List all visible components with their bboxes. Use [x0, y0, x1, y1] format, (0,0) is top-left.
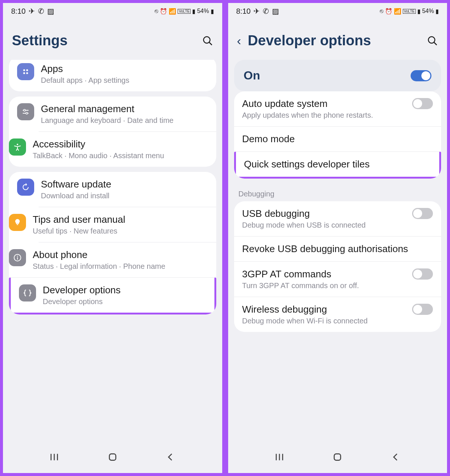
usb-debugging-toggle[interactable]: [412, 208, 433, 219]
back-button[interactable]: [391, 452, 401, 462]
developer-options-master-toggle-row[interactable]: On: [234, 60, 441, 91]
status-bar: 8:10 ✈ ✆ ▨ ⎋ ⏰ 📶 VoLTE ▮ 54% ▮: [228, 3, 447, 18]
settings-row-tips[interactable]: Tips and user manual Useful tips · New f…: [39, 207, 216, 242]
battery-saver-icon: ⎋: [380, 8, 383, 14]
sliders-icon: [17, 103, 34, 120]
page-title: Developer options: [248, 33, 427, 49]
svg-point-8: [24, 110, 26, 111]
svg-point-5: [26, 72, 28, 74]
braces-icon: [19, 284, 36, 301]
svg-line-19: [434, 42, 437, 45]
row-title: General management: [41, 103, 208, 115]
section-header-debugging: Debugging: [228, 184, 447, 201]
row-sub: TalkBack · Mono audio · Assistant menu: [33, 151, 208, 160]
svg-line-1: [209, 42, 212, 45]
info-icon: [9, 249, 26, 266]
row-title: Accessibility: [33, 138, 208, 150]
row-demo-mode[interactable]: Demo mode: [234, 126, 441, 151]
svg-rect-23: [334, 454, 341, 460]
settings-row-developer-options[interactable]: Developer options Developer options: [9, 277, 216, 314]
svg-point-9: [26, 113, 28, 114]
phone-developer-options: 8:10 ✈ ✆ ▨ ⎋ ⏰ 📶 VoLTE ▮ 54% ▮ ‹ Develop…: [227, 2, 449, 474]
wifi-icon: 📶: [169, 8, 176, 15]
image-icon: ▨: [272, 7, 279, 16]
row-title: Demo mode: [242, 133, 433, 145]
telegram-icon: ✈: [29, 7, 35, 16]
svg-point-10: [17, 144, 18, 145]
row-title: Tips and user manual: [33, 214, 208, 225]
volte-icon: VoLTE: [178, 9, 191, 14]
whatsapp-icon: ✆: [38, 7, 44, 16]
row-title: Wireless debugging: [242, 304, 406, 315]
search-icon[interactable]: [202, 35, 213, 46]
row-title: Auto update system: [242, 98, 406, 110]
row-sub: Apply updates when the phone restarts.: [242, 111, 406, 120]
battery-icon: ▮: [436, 8, 439, 15]
on-label: On: [244, 69, 260, 82]
signal-icon: ▮: [192, 8, 195, 15]
back-icon[interactable]: ‹: [237, 33, 241, 48]
settings-row-about-phone[interactable]: About phone Status · Legal information ·…: [39, 242, 216, 277]
row-title: Developer options: [43, 284, 206, 296]
master-toggle[interactable]: [411, 70, 431, 81]
svg-point-0: [203, 36, 210, 43]
row-sub: Turn 3GPP AT commands on or off.: [242, 281, 406, 290]
svg-rect-13: [17, 257, 18, 260]
home-button[interactable]: [108, 452, 117, 462]
row-title: Apps: [41, 63, 208, 75]
svg-point-4: [23, 72, 25, 74]
row-sub: Language and keyboard · Date and time: [41, 116, 208, 125]
row-auto-update-system[interactable]: Auto update system Apply updates when th…: [234, 91, 441, 126]
row-title: Revoke USB debugging authorisations: [242, 243, 433, 255]
settings-row-general-management[interactable]: General management Language and keyboard…: [9, 97, 216, 131]
settings-row-apps[interactable]: Apps Default apps · App settings: [9, 60, 216, 91]
svg-point-3: [26, 69, 28, 71]
phone-settings: 8:10 ✈ ✆ ▨ ⎋ ⏰ 📶 VoLTE ▮ 54% ▮ Settings …: [2, 2, 223, 474]
battery-pct: 54%: [422, 8, 434, 14]
volte-icon: VoLTE: [403, 9, 416, 14]
status-bar: 8:10 ✈ ✆ ▨ ⎋ ⏰ 📶 VoLTE ▮ 54% ▮: [3, 3, 222, 18]
recents-button[interactable]: [275, 452, 284, 462]
nav-bar: [228, 441, 447, 473]
settings-row-software-update[interactable]: Software update Download and install: [9, 172, 216, 207]
wifi-icon: 📶: [394, 8, 401, 15]
image-icon: ▨: [47, 7, 54, 16]
status-time: 8:10: [11, 7, 26, 16]
battery-icon: ▮: [211, 8, 214, 15]
settings-row-accessibility[interactable]: Accessibility TalkBack · Mono audio · As…: [39, 131, 216, 167]
battery-saver-icon: ⎋: [155, 8, 158, 14]
apps-icon: [17, 63, 34, 80]
alarm-icon: ⏰: [160, 8, 167, 15]
whatsapp-icon: ✆: [263, 7, 269, 16]
page-title: Settings: [12, 33, 202, 49]
signal-icon: ▮: [417, 8, 421, 15]
developer-options-list[interactable]: Auto update system Apply updates when th…: [228, 91, 447, 441]
status-time: 8:10: [236, 7, 251, 16]
svg-point-12: [17, 256, 18, 257]
row-revoke-usb[interactable]: Revoke USB debugging authorisations: [234, 236, 441, 261]
row-title: Software update: [41, 179, 208, 190]
recents-button[interactable]: [49, 452, 59, 462]
row-usb-debugging[interactable]: USB debugging Debug mode when USB is con…: [234, 201, 441, 236]
wireless-debugging-toggle[interactable]: [412, 304, 433, 315]
auto-update-toggle[interactable]: [412, 98, 433, 109]
row-3gpp-at[interactable]: 3GPP AT commands Turn 3GPP AT commands o…: [234, 261, 441, 297]
row-sub: Default apps · App settings: [41, 76, 208, 85]
back-button[interactable]: [166, 452, 175, 462]
row-sub: Download and install: [41, 192, 208, 200]
row-sub: Useful tips · New features: [33, 227, 208, 235]
settings-list[interactable]: Apps Default apps · App settings General…: [3, 60, 222, 441]
3gpp-toggle[interactable]: [412, 268, 433, 280]
row-wireless-debugging[interactable]: Wireless debugging Debug mode when Wi-Fi…: [234, 297, 441, 332]
bulb-icon: [9, 214, 26, 231]
telegram-icon: ✈: [253, 7, 260, 16]
svg-rect-17: [109, 454, 116, 460]
svg-point-2: [23, 69, 25, 71]
search-icon[interactable]: [427, 35, 438, 46]
battery-pct: 54%: [197, 8, 209, 14]
row-sub: Debug mode when Wi-Fi is connected: [242, 317, 406, 325]
row-title: USB debugging: [242, 208, 406, 219]
home-button[interactable]: [333, 452, 342, 462]
accessibility-icon: [9, 138, 26, 156]
row-quick-settings-tiles[interactable]: Quick settings developer tiles: [234, 151, 441, 179]
